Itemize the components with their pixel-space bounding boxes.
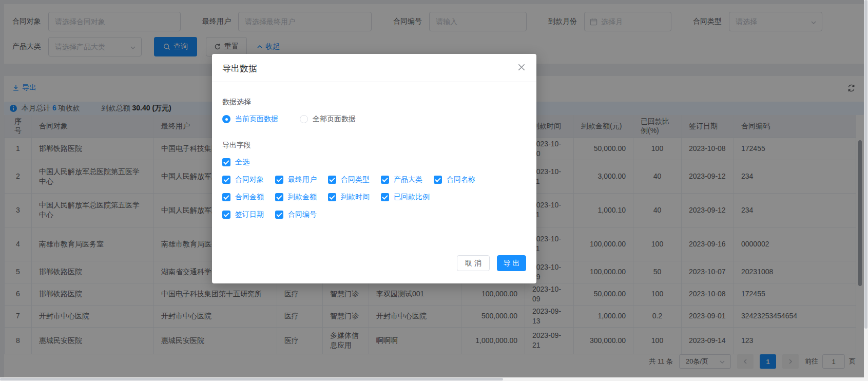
- export-field-checkbox[interactable]: 合同类型: [328, 175, 381, 184]
- select-all-checkbox[interactable]: 全选: [222, 158, 249, 167]
- dialog-footer: 取 消 导 出: [457, 255, 526, 271]
- export-field-checkbox[interactable]: 到款时间: [328, 193, 381, 202]
- export-field-label: 合同名称: [447, 175, 475, 184]
- export-field-label: 合同对象: [235, 175, 264, 184]
- browser-vertical-scrollbar[interactable]: [864, 0, 868, 381]
- dialog-header: 导出数据: [212, 54, 536, 82]
- export-field-row: 合同对象最终用户合同类型产品大类合同名称: [222, 175, 526, 184]
- cancel-button[interactable]: 取 消: [457, 255, 490, 271]
- export-field-label: 合同金额: [235, 193, 264, 202]
- radio-all-pages-label: 全部页面数据: [313, 115, 356, 124]
- checkbox-checked-icon: [275, 193, 283, 201]
- checkbox-checked-icon: [222, 176, 230, 184]
- export-field-row: 签订日期合同编号: [222, 210, 526, 219]
- checkbox-checked-icon: [222, 158, 230, 166]
- radio-unchecked-icon: [300, 115, 308, 123]
- checkbox-checked-icon: [222, 193, 230, 201]
- export-field-checkbox[interactable]: 已回款比例: [381, 193, 430, 202]
- export-field-checkbox[interactable]: 最终用户: [275, 175, 328, 184]
- export-fields-section-label: 导出字段: [222, 141, 526, 150]
- export-field-rows: 合同对象最终用户合同类型产品大类合同名称合同金额到款金额到款时间已回款比例签订日…: [222, 175, 526, 219]
- browser-horizontal-scrollbar[interactable]: [0, 377, 864, 381]
- export-field-label: 已回款比例: [394, 193, 430, 202]
- export-field-checkbox[interactable]: 合同金额: [222, 193, 275, 202]
- checkbox-checked-icon: [381, 193, 389, 201]
- data-select-section-label: 数据选择: [222, 98, 526, 107]
- export-field-label: 产品大类: [394, 175, 422, 184]
- select-all-label: 全选: [235, 158, 249, 167]
- export-field-checkbox[interactable]: 签订日期: [222, 210, 275, 219]
- dialog-title: 导出数据: [222, 64, 257, 73]
- export-field-checkbox[interactable]: 合同名称: [434, 175, 475, 184]
- close-icon[interactable]: [517, 63, 526, 72]
- export-field-label: 签订日期: [235, 210, 264, 219]
- vertical-scrollbar-thumb[interactable]: [864, 0, 867, 329]
- checkbox-checked-icon: [275, 176, 283, 184]
- checkbox-checked-icon: [328, 176, 336, 184]
- export-confirm-button[interactable]: 导 出: [497, 255, 526, 271]
- dialog-body: 数据选择 当前页面数据 全部页面数据 导出字段 全选 合同对象最终用户合同类型产…: [212, 82, 536, 219]
- radio-all-pages[interactable]: 全部页面数据: [300, 115, 356, 124]
- export-field-label: 合同编号: [288, 210, 317, 219]
- radio-current-page[interactable]: 当前页面数据: [222, 115, 278, 124]
- checkbox-checked-icon: [328, 193, 336, 201]
- export-dialog: 导出数据 数据选择 当前页面数据 全部页面数据 导出字段 全选 合同对象最终用户…: [212, 54, 536, 283]
- checkbox-checked-icon: [434, 176, 442, 184]
- export-field-checkbox[interactable]: 合同对象: [222, 175, 275, 184]
- export-field-row: 合同金额到款金额到款时间已回款比例: [222, 193, 526, 202]
- export-field-checkbox[interactable]: 产品大类: [381, 175, 434, 184]
- checkbox-checked-icon: [381, 176, 389, 184]
- export-field-label: 到款时间: [341, 193, 370, 202]
- checkbox-checked-icon: [275, 211, 283, 219]
- data-select-radio-group: 当前页面数据 全部页面数据: [222, 115, 526, 124]
- checkbox-checked-icon: [222, 211, 230, 219]
- radio-current-page-label: 当前页面数据: [235, 115, 278, 124]
- horizontal-scrollbar-thumb[interactable]: [0, 378, 503, 380]
- select-all-row: 全选: [222, 158, 526, 167]
- export-field-checkbox[interactable]: 合同编号: [275, 210, 317, 219]
- export-field-label: 合同类型: [341, 175, 370, 184]
- export-field-checkbox[interactable]: 到款金额: [275, 193, 328, 202]
- export-field-label: 到款金额: [288, 193, 317, 202]
- radio-checked-icon: [222, 115, 230, 123]
- export-field-label: 最终用户: [288, 175, 317, 184]
